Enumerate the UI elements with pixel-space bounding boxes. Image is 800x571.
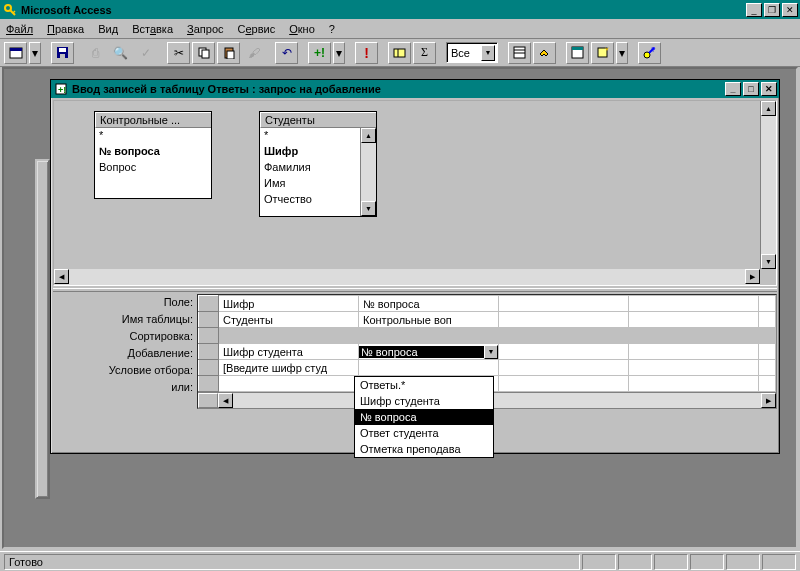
menu-view[interactable]: Вид (98, 23, 118, 35)
grid-cell[interactable] (759, 328, 776, 344)
new-object-dropdown-icon[interactable]: ▾ (616, 42, 628, 64)
totals-button[interactable]: Σ (413, 42, 436, 64)
view-button[interactable] (4, 42, 27, 64)
scroll-right-icon[interactable]: ▶ (761, 393, 776, 408)
copy-button[interactable] (192, 42, 215, 64)
field-item[interactable]: * (260, 128, 376, 144)
db-window-button[interactable] (566, 42, 589, 64)
grid-cell[interactable] (629, 312, 759, 328)
table-diagram-pane[interactable]: Контрольные ... * № вопроса Вопрос Студе… (53, 100, 777, 286)
grid-cell-criteria[interactable]: [Введите шифр студ (219, 360, 359, 376)
splitter[interactable] (53, 288, 777, 292)
append-dropdown[interactable]: Ответы.* Шифр студента № вопроса Ответ с… (354, 376, 494, 458)
scroll-right-icon[interactable]: ▶ (745, 269, 760, 284)
undo-button[interactable]: ↶ (275, 42, 298, 64)
child-maximize-button[interactable]: □ (743, 82, 759, 96)
pane-vscrollbar[interactable]: ▲ ▼ (760, 101, 776, 269)
grid-cell[interactable] (759, 296, 776, 312)
row-selector[interactable] (199, 296, 219, 312)
grid-cell[interactable] (759, 376, 776, 392)
grid-cell[interactable] (499, 344, 629, 360)
close-button[interactable]: ✕ (782, 3, 798, 17)
child-titlebar[interactable]: +! Ввод записей в таблицу Ответы : запро… (51, 80, 779, 98)
menu-help[interactable]: ? (329, 23, 335, 35)
menu-insert[interactable]: Вставка (132, 23, 173, 35)
run-button[interactable]: ! (355, 42, 378, 64)
grid-cell-field[interactable]: Шифр (219, 296, 359, 312)
grid-cell-field[interactable]: № вопроса (359, 296, 499, 312)
scroll-left-icon[interactable]: ◀ (54, 269, 69, 284)
build-button[interactable] (533, 42, 556, 64)
scroll-left-icon[interactable]: ◀ (218, 393, 233, 408)
field-list-students[interactable]: Студенты * Шифр Фамилия Имя Отчество ▲ ▼ (259, 111, 377, 217)
child-minimize-button[interactable]: _ (725, 82, 741, 96)
print-button[interactable]: ⎙ (84, 42, 107, 64)
paste-button[interactable] (217, 42, 240, 64)
child-close-button[interactable]: ✕ (761, 82, 777, 96)
top-values-combo[interactable]: Все ▼ (446, 42, 498, 63)
grid-cell-or[interactable] (219, 376, 359, 392)
field-list-header[interactable]: Контрольные ... (95, 112, 211, 128)
query-type-button[interactable]: +! (308, 42, 331, 64)
view-dropdown-icon[interactable]: ▾ (29, 42, 41, 64)
scroll-down-icon[interactable]: ▼ (761, 254, 776, 269)
row-selector[interactable] (199, 344, 219, 360)
menu-query[interactable]: Запрос (187, 23, 223, 35)
row-selector[interactable] (199, 328, 219, 344)
menu-window[interactable]: Окно (289, 23, 315, 35)
grid-cell[interactable] (499, 376, 629, 392)
show-table-button[interactable] (388, 42, 411, 64)
pane-hscrollbar[interactable]: ◀ ▶ (54, 269, 760, 285)
scroll-up-icon[interactable]: ▲ (361, 128, 376, 143)
field-item[interactable]: Отчество (260, 192, 376, 208)
dropdown-item[interactable]: Ответы.* (355, 377, 493, 393)
field-item[interactable]: * (95, 128, 211, 144)
grid-cell-table[interactable]: Контрольные воп (359, 312, 499, 328)
field-list-kontrolnye[interactable]: Контрольные ... * № вопроса Вопрос (94, 111, 212, 199)
field-list-header[interactable]: Студенты (260, 112, 376, 128)
cut-button[interactable]: ✂ (167, 42, 190, 64)
format-painter-button[interactable]: 🖌 (242, 42, 265, 64)
grid-cell-sort[interactable] (359, 328, 499, 344)
menu-file[interactable]: Файл (6, 23, 33, 35)
grid-cell[interactable] (499, 312, 629, 328)
grid-cell[interactable] (759, 344, 776, 360)
grid-cell[interactable] (629, 344, 759, 360)
field-item[interactable]: Вопрос (95, 160, 211, 176)
grid-cell[interactable] (759, 360, 776, 376)
grid-cell-sort[interactable] (219, 328, 359, 344)
menu-service[interactable]: Сервис (238, 23, 276, 35)
grid-cell[interactable] (629, 360, 759, 376)
row-selector[interactable] (199, 312, 219, 328)
dropdown-item[interactable]: Шифр студента (355, 393, 493, 409)
field-item[interactable]: Фамилия (260, 160, 376, 176)
grid-cell[interactable] (499, 296, 629, 312)
field-item[interactable]: Шифр (260, 144, 376, 160)
chevron-down-icon[interactable]: ▼ (481, 45, 495, 61)
background-window[interactable] (35, 159, 50, 499)
menu-edit[interactable]: Правка (47, 23, 84, 35)
row-selector[interactable] (199, 360, 219, 376)
field-list-scrollbar[interactable]: ▲ ▼ (360, 128, 376, 216)
grid-cell-append[interactable]: Шифр студента (219, 344, 359, 360)
dropdown-item[interactable]: Ответ студента (355, 425, 493, 441)
grid-cell[interactable] (499, 360, 629, 376)
grid-cell[interactable] (629, 376, 759, 392)
grid-cell-table[interactable]: Студенты (219, 312, 359, 328)
row-selector[interactable] (199, 376, 219, 392)
field-item[interactable]: № вопроса (95, 144, 211, 160)
save-button[interactable] (51, 42, 74, 64)
minimize-button[interactable]: _ (746, 3, 762, 17)
restore-button[interactable]: ❐ (764, 3, 780, 17)
query-type-dropdown-icon[interactable]: ▾ (333, 42, 345, 64)
dropdown-item-selected[interactable]: № вопроса (355, 409, 493, 425)
grid-cell-criteria[interactable] (359, 360, 499, 376)
spell-button[interactable]: ✓ (134, 42, 157, 64)
grid-cell-append-active[interactable]: № вопроса ▼ (359, 344, 499, 360)
new-object-button[interactable] (591, 42, 614, 64)
grid-cell[interactable] (499, 328, 629, 344)
help-button[interactable]: ? (638, 42, 661, 64)
preview-button[interactable]: 🔍 (109, 42, 132, 64)
grid-cell[interactable] (629, 296, 759, 312)
scroll-down-icon[interactable]: ▼ (361, 201, 376, 216)
